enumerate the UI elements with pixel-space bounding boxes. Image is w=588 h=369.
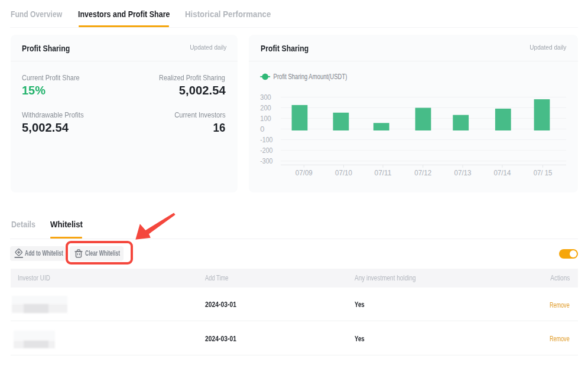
svg-text:Profit Sharing Amount(USDT): Profit Sharing Amount(USDT)	[274, 73, 347, 81]
svg-text:07/10: 07/10	[335, 169, 352, 177]
svg-text:07/14: 07/14	[493, 169, 511, 177]
svg-text:-100: -100	[260, 136, 273, 144]
svg-text:07/09: 07/09	[295, 169, 313, 177]
svg-text:07/11: 07/11	[375, 169, 392, 177]
svg-text:100: 100	[260, 115, 271, 123]
svg-text:-200: -200	[260, 146, 273, 155]
svg-text:-300: -300	[260, 157, 273, 165]
svg-text:07/ 15: 07/ 15	[534, 169, 553, 177]
svg-text:200: 200	[260, 104, 271, 112]
svg-text:0: 0	[260, 125, 265, 133]
svg-text:300: 300	[260, 93, 271, 102]
svg-text:07/13: 07/13	[454, 169, 472, 177]
svg-text:07/12: 07/12	[414, 169, 431, 177]
